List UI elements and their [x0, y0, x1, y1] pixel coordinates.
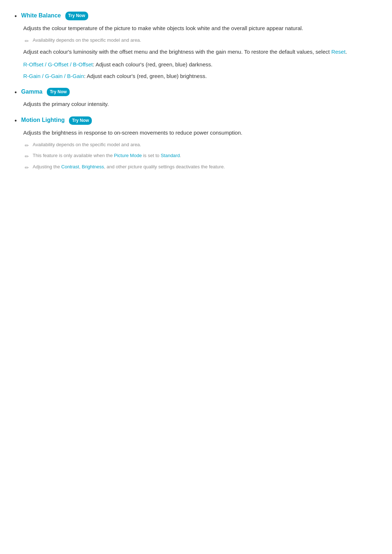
motion-lighting-try-now-badge[interactable]: Try Now — [69, 116, 92, 125]
white-balance-section: • White Balance Try Now Adjusts the colo… — [15, 11, 377, 81]
motion-note2-part3: . — [180, 153, 181, 158]
picture-mode-link[interactable]: Picture Mode — [114, 153, 142, 158]
white-balance-try-now-badge[interactable]: Try Now — [65, 12, 88, 20]
motion-note-1: ✏ Availability depends on the specific m… — [25, 141, 377, 149]
gamma-content: Adjusts the primary colour intensity. — [23, 100, 377, 109]
motion-lighting-description: Adjusts the brightness in response to on… — [23, 128, 377, 138]
pencil-icon-motion-2: ✏ — [25, 152, 29, 160]
motion-note3-part3: , and other picture quality settings dea… — [104, 164, 225, 169]
brightness-link[interactable]: Brightness — [82, 164, 104, 169]
reset-link[interactable]: Reset — [331, 49, 346, 55]
pencil-icon-1: ✏ — [25, 37, 29, 45]
motion-lighting-heading: Motion Lighting Try Now — [21, 115, 92, 125]
white-balance-desc2-part1: Adjust each colour's luminosity with the… — [23, 49, 331, 55]
bullet-dot: • — [15, 11, 17, 22]
gamma-try-now-badge[interactable]: Try Now — [47, 88, 70, 96]
gamma-heading: Gamma Try Now — [21, 87, 70, 97]
pencil-icon-motion-1: ✏ — [25, 141, 29, 149]
gamma-title: Gamma — [21, 89, 42, 95]
white-balance-heading: White Balance Try Now — [21, 11, 88, 20]
white-balance-note-1: ✏ Availability depends on the specific m… — [25, 37, 377, 45]
offset-sub-list: R-Offset / G-Offset / B-Offset: Adjust e… — [23, 60, 377, 81]
motion-note-3: ✏ Adjusting the Contrast, Brightness, an… — [25, 163, 377, 172]
motion-lighting-content: Adjusts the brightness in response to on… — [23, 128, 377, 172]
r-offset-line: R-Offset / G-Offset / B-Offset: Adjust e… — [23, 60, 377, 69]
white-balance-description-2: Adjust each colour's luminosity with the… — [23, 48, 377, 57]
white-balance-desc2-part2: . — [346, 49, 347, 55]
gamma-bullet-item: • Gamma Try Now — [15, 87, 377, 98]
motion-lighting-section: • Motion Lighting Try Now Adjusts the br… — [15, 115, 377, 172]
motion-note2-part2: is set to — [142, 153, 161, 158]
motion-note-text-3: Adjusting the Contrast, Brightness, and … — [33, 163, 225, 171]
motion-lighting-bullet-dot: • — [15, 116, 17, 126]
motion-note-text-1: Availability depends on the specific mod… — [33, 141, 141, 148]
r-offset-text: : Adjust each colour's (red, green, blue… — [93, 61, 213, 67]
contrast-link[interactable]: Contrast — [61, 164, 79, 169]
standard-link[interactable]: Standard — [161, 153, 180, 158]
white-balance-title: White Balance — [21, 12, 61, 19]
r-gain-line: R-Gain / G-Gain / B-Gain: Adjust each co… — [23, 72, 377, 81]
white-balance-bullet-item: • White Balance Try Now — [15, 11, 377, 22]
white-balance-description: Adjusts the colour temperature of the pi… — [23, 24, 377, 33]
gamma-bullet-dot: • — [15, 87, 17, 98]
pencil-icon-motion-3: ✏ — [25, 164, 29, 172]
r-offset-label: R-Offset / G-Offset / B-Offset — [23, 61, 93, 67]
motion-note3-part1: Adjusting the — [33, 164, 61, 169]
gamma-section: • Gamma Try Now Adjusts the primary colo… — [15, 87, 377, 109]
r-gain-text: : Adjust each colour's (red, green, blue… — [84, 73, 207, 79]
motion-note-text-2: This feature is only available when the … — [33, 152, 181, 159]
motion-lighting-bullet-item: • Motion Lighting Try Now — [15, 115, 377, 126]
r-gain-label: R-Gain / G-Gain / B-Gain — [23, 73, 84, 79]
motion-note2-part1: This feature is only available when the — [33, 153, 114, 158]
white-balance-note-text-1: Availability depends on the specific mod… — [33, 37, 141, 44]
motion-note-2: ✏ This feature is only available when th… — [25, 152, 377, 160]
white-balance-content: Adjusts the colour temperature of the pi… — [23, 24, 377, 81]
gamma-description: Adjusts the primary colour intensity. — [23, 100, 377, 109]
motion-lighting-title: Motion Lighting — [21, 117, 65, 123]
